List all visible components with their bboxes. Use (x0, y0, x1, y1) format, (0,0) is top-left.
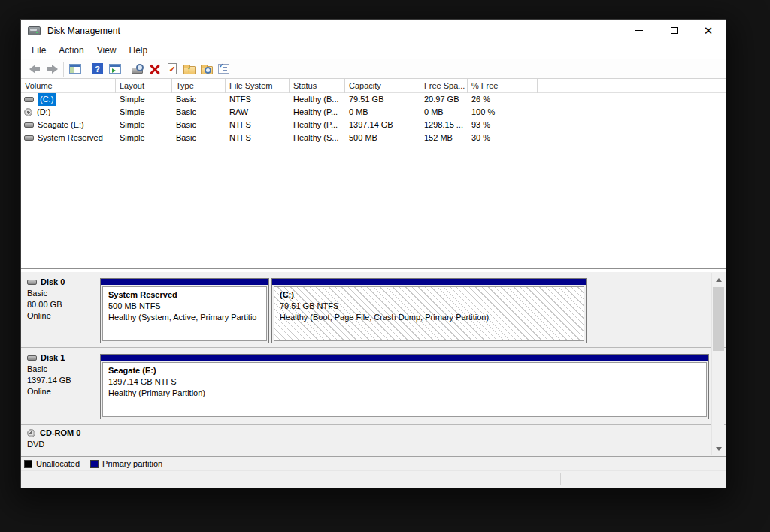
open-button[interactable] (180, 61, 198, 77)
partition-name: (C:) (280, 289, 578, 301)
back-button[interactable] (26, 61, 44, 77)
cdrom-header[interactable]: CD-ROM 0 DVD (21, 425, 95, 455)
partition-status: Healthy (Primary Partition) (108, 388, 701, 399)
task-list-icon (218, 64, 229, 74)
column-header-volume[interactable]: Volume (21, 79, 116, 93)
unallocated-swatch (24, 460, 32, 468)
back-icon (29, 65, 41, 73)
maximize-icon (671, 27, 678, 34)
scroll-up-icon (716, 275, 722, 282)
column-header-file-system[interactable]: File System (226, 79, 290, 93)
refresh-device-button[interactable] (129, 61, 146, 77)
cell-status: Healthy (B... (290, 93, 345, 106)
scroll-down-icon (716, 447, 722, 454)
disk-management-app-icon (28, 26, 41, 35)
cell-capacity: 79.51 GB (345, 93, 420, 106)
disk0-partitions: System Reserved 500 MB NTFS Healthy (Sys… (96, 272, 711, 347)
column-header-type[interactable]: Type (172, 79, 226, 93)
disk-icon (27, 355, 37, 361)
disk-size: 80.00 GB (27, 299, 95, 310)
scrollbar-thumb[interactable] (713, 287, 724, 351)
column-header-pct-free[interactable]: % Free (468, 79, 538, 93)
show-console-tree-button[interactable] (66, 61, 83, 77)
cell-pct-free: 100 % (468, 106, 538, 119)
cell-type: Basic (172, 106, 226, 119)
delete-button[interactable] (146, 61, 163, 77)
toolbar-separator (126, 62, 126, 77)
disk0-header[interactable]: Disk 0 Basic 80.00 GB Online (21, 272, 95, 347)
disk-name: Disk 1 (41, 353, 65, 362)
open-folder-icon (183, 66, 196, 74)
partition-system-reserved[interactable]: System Reserved 500 MB NTFS Healthy (Sys… (100, 278, 269, 343)
show-action-pane-button[interactable] (106, 61, 123, 77)
cell-capacity: 1397.14 GB (345, 119, 420, 131)
close-icon: ✕ (704, 25, 714, 36)
help-button[interactable]: ? (89, 61, 106, 77)
menu-bar: File Action View Help (21, 42, 726, 59)
cdrom-partitions (96, 425, 711, 455)
column-header-free-space[interactable]: Free Spa... (420, 79, 468, 93)
disk-type: Basic (27, 288, 95, 299)
cell-layout: Simple (116, 119, 172, 131)
delete-icon (150, 64, 160, 74)
vertical-scrollbar[interactable] (711, 273, 724, 455)
column-header-layout[interactable]: Layout (116, 79, 172, 93)
partition-status: Healthy (System, Active, Primary Partiti… (108, 312, 261, 323)
disk-management-window: Disk Management ✕ File Action View Help … (20, 19, 726, 488)
partition-seagate-e[interactable]: Seagate (E:) 1397.14 GB NTFS Healthy (Pr… (100, 354, 709, 419)
explore-button[interactable] (198, 61, 215, 77)
volume-label-selected: (C:) (38, 93, 56, 106)
disk-icon (27, 280, 37, 285)
volume-row-c[interactable]: (C:) Simple Basic NTFS Healthy (B... 79.… (21, 93, 726, 106)
legend-unallocated: Unallocated (24, 459, 80, 468)
forward-button[interactable] (44, 61, 61, 77)
properties-button[interactable] (163, 61, 180, 77)
hdd-icon (24, 122, 34, 128)
cell-free-space: 1298.15 ... (420, 119, 468, 131)
column-header-status[interactable]: Status (290, 79, 345, 93)
scroll-down-button[interactable] (712, 443, 725, 455)
primary-partition-swatch (90, 460, 99, 468)
maximize-button[interactable] (656, 20, 691, 41)
toolbar: ? (21, 59, 726, 79)
window-controls: ✕ (622, 20, 726, 42)
window-title: Disk Management (47, 26, 120, 36)
cell-layout: Simple (116, 106, 172, 119)
menu-file[interactable]: File (26, 44, 52, 57)
volume-label: Seagate (E:) (38, 119, 84, 131)
hdd-icon (24, 97, 34, 102)
disk1-partitions: Seagate (E:) 1397.14 GB NTFS Healthy (Pr… (96, 348, 711, 424)
partition-c-selected[interactable]: (C:) 79.51 GB NTFS Healthy (Boot, Page F… (271, 278, 587, 343)
menu-view[interactable]: View (91, 44, 123, 57)
column-header-capacity[interactable]: Capacity (345, 79, 420, 93)
disk-name: Disk 0 (41, 277, 65, 286)
disk1-header[interactable]: Disk 1 Basic 1397.14 GB Online (21, 348, 95, 424)
forward-icon (47, 65, 58, 73)
cell-file-system: RAW (226, 106, 290, 119)
explore-folder-icon (201, 66, 213, 74)
cell-pct-free: 93 % (468, 119, 538, 131)
minimize-button[interactable] (622, 20, 656, 41)
legend-primary-partition: Primary partition (90, 459, 162, 468)
cell-pct-free: 30 % (468, 131, 538, 144)
volume-row-system-reserved[interactable]: System Reserved Simple Basic NTFS Health… (21, 131, 726, 144)
cell-capacity: 0 MB (345, 106, 420, 119)
cell-status: Healthy (P... (290, 106, 345, 119)
scroll-up-button[interactable] (712, 273, 725, 286)
partition-size: 500 MB NTFS (108, 301, 261, 312)
close-button[interactable]: ✕ (691, 20, 726, 41)
graphical-view: Disk 0 Basic 80.00 GB Online System Rese… (21, 272, 726, 456)
partition-name: System Reserved (108, 289, 261, 301)
volume-row-d[interactable]: (D:) Simple Basic RAW Healthy (P... 0 MB… (21, 106, 726, 119)
volume-row-seagate[interactable]: Seagate (E:) Simple Basic NTFS Healthy (… (21, 119, 726, 131)
menu-action[interactable]: Action (53, 44, 89, 57)
task-list-button[interactable] (215, 61, 232, 77)
disk-type: DVD (27, 439, 95, 450)
cell-file-system: NTFS (226, 131, 290, 144)
partition-size: 1397.14 GB NTFS (108, 376, 701, 388)
hdd-icon (24, 135, 34, 141)
cell-status: Healthy (P... (290, 119, 345, 131)
disk-status: Online (27, 310, 95, 322)
menu-help[interactable]: Help (123, 44, 154, 57)
cell-file-system: NTFS (226, 93, 290, 106)
